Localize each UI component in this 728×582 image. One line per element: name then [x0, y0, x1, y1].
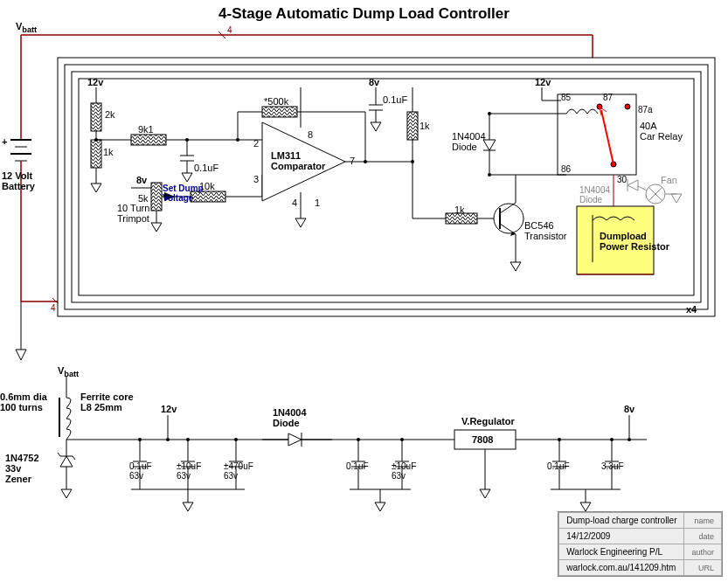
pin4: 4 — [292, 197, 297, 208]
svg-rect-22 — [91, 140, 101, 168]
tb-url: warlock.com.au/141209.htm — [559, 560, 684, 576]
v12-left: 12v — [87, 77, 103, 87]
psu-12v: 12v — [161, 404, 177, 414]
inductor: Ferrite core L8 25mm — [80, 391, 134, 412]
transistor: BC546 Transistor — [524, 220, 567, 241]
relay: 40A Car Relay — [640, 121, 683, 142]
svg-point-145 — [186, 438, 190, 441]
psu-8v: 8v — [624, 404, 634, 414]
pin3: 3 — [253, 174, 259, 184]
pin2: 2 — [253, 138, 259, 149]
r-1k-a: 1k — [103, 147, 114, 157]
c7: 3.3uF — [601, 461, 624, 471]
pin1: 1 — [315, 197, 320, 208]
svg-point-140 — [411, 160, 414, 163]
psu-diode: 1N4004 Diode — [273, 407, 307, 428]
vreg-label: V.Regulator — [461, 416, 515, 426]
svg-line-91 — [73, 456, 75, 460]
svg-point-148 — [400, 438, 404, 441]
svg-point-72 — [625, 104, 630, 109]
pin87a: 87a — [638, 105, 653, 114]
v8-left: 8v — [136, 175, 147, 185]
rail-top-tick: 4 — [227, 25, 232, 35]
svg-rect-19 — [91, 103, 101, 131]
vbatt2: Vbatt — [58, 365, 79, 378]
svg-point-151 — [627, 438, 631, 441]
fan: Fan — [661, 175, 677, 185]
pin86: 86 — [561, 164, 571, 174]
c4: 0.1uF — [346, 461, 369, 471]
r-10k: 10k — [199, 181, 215, 191]
svg-point-138 — [236, 138, 239, 142]
trimpot-val: 5k — [138, 193, 149, 204]
svg-rect-32 — [151, 183, 162, 211]
diode-b: 1N4004 Diode — [579, 185, 610, 204]
r-500k: *500k — [264, 96, 288, 107]
c-01-b: 0.1uF — [383, 94, 407, 105]
svg-point-149 — [558, 438, 561, 441]
svg-line-90 — [58, 453, 60, 456]
svg-point-137 — [185, 138, 189, 142]
r-9k1: 9k1 — [138, 124, 154, 135]
titleblock: Dump-load charge controllername 14/12/20… — [558, 511, 723, 577]
svg-rect-41 — [262, 107, 297, 117]
v12-right: 12v — [535, 77, 551, 87]
r-2k: 2k — [105, 109, 115, 120]
battery-plus: + — [2, 136, 7, 147]
r-1k-c: 1k — [454, 204, 465, 215]
c6: 0.1uF — [547, 461, 570, 471]
r-1k-b: 1k — [419, 121, 430, 131]
schematic-svg — [0, 0, 728, 582]
svg-point-142 — [488, 112, 491, 115]
pin85: 85 — [561, 93, 571, 102]
c-01-a: 0.1uF — [194, 163, 218, 173]
c2: ±10uF 63v — [177, 461, 201, 481]
x4: x4 — [686, 304, 697, 315]
comparator: LM311 Comparator — [271, 150, 325, 171]
v8-mid: 8v — [369, 77, 379, 87]
c3: ±470uF 63v — [224, 461, 253, 481]
svg-point-147 — [357, 438, 360, 441]
svg-rect-51 — [407, 112, 418, 140]
wire-spec: 0.6mm dia 100 turns — [0, 391, 47, 412]
pin30: 30 — [617, 175, 627, 184]
battery-name: 12 Volt Battery — [2, 170, 35, 191]
tb-name: Dump-load charge controller — [559, 513, 684, 529]
svg-point-58 — [494, 204, 523, 233]
set-dump-label: Set Dump Voltage — [163, 184, 204, 203]
vbatt-label: Vbatt — [16, 21, 37, 34]
diode-a: 1N4004 Diode — [452, 131, 486, 152]
vreg: 7808 — [472, 434, 493, 445]
svg-point-141 — [488, 173, 491, 177]
svg-point-143 — [138, 438, 142, 441]
c5: ±10uF 63v — [392, 461, 416, 481]
rail-bot-tick: 4 — [51, 303, 56, 313]
svg-point-144 — [166, 438, 170, 441]
svg-point-139 — [364, 160, 367, 163]
svg-point-150 — [610, 438, 614, 441]
zener: 1N4752 33v Zener — [5, 453, 39, 484]
tb-auth: Warlock Engineering P/L — [559, 544, 684, 560]
svg-point-136 — [94, 138, 98, 142]
trimpot: 10 Turn Trimpot — [117, 203, 149, 224]
pin7: 7 — [350, 156, 355, 166]
pin87: 87 — [603, 93, 613, 102]
svg-point-146 — [234, 438, 238, 441]
pin8: 8 — [308, 129, 313, 140]
tb-date: 14/12/2009 — [559, 529, 684, 544]
c1: 0.1uF 63v — [129, 461, 152, 481]
svg-rect-24 — [131, 135, 166, 145]
dumpload: Dumpload Power Resistor — [600, 231, 669, 252]
